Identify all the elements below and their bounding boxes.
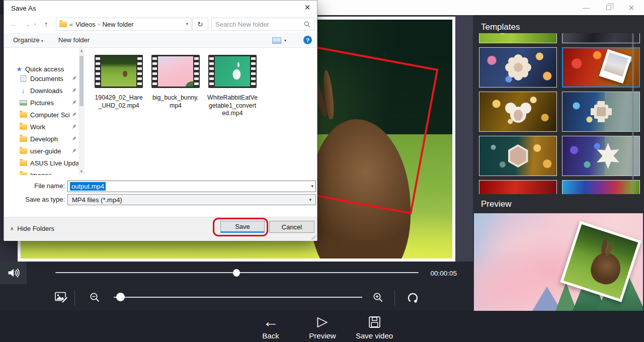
file-name-dropdown-caret[interactable]: ▾ [311, 184, 313, 189]
scroll-down-icon[interactable]: ∨ [78, 169, 85, 174]
save-type-select[interactable]: MP4 files (*.mp4) ▾ [67, 194, 316, 205]
video-thumbnail [208, 55, 257, 88]
resize-grip[interactable] [311, 235, 315, 239]
new-folder-button[interactable]: New folder [58, 36, 90, 44]
speaker-icon [7, 266, 20, 280]
sidebar-item-downloads[interactable]: ↓ Downloads [4, 84, 78, 97]
dialog-navbar: ← → ▾ ↑ « Videos › New folder ▾ ↻ Search… [4, 16, 317, 33]
sidebar-item-user-guide[interactable]: user-guide [4, 145, 78, 157]
file-item-hare[interactable]: 190429_02_Hare_UHD_02.mp4 [94, 55, 144, 110]
dialog-close-button[interactable]: ✕ [301, 3, 314, 13]
zoom-out-button[interactable] [88, 291, 102, 305]
zoom-in-button[interactable] [371, 291, 385, 305]
breadcrumb-overflow[interactable]: « [69, 21, 73, 28]
chevron-up-icon: ∧ [10, 226, 14, 231]
dialog-toolbar: Organize▾ New folder ▾ ? [4, 33, 317, 48]
refresh-icon: ↻ [197, 21, 203, 28]
save-video-nav-button[interactable]: Save video [353, 312, 395, 341]
quick-access-star-icon: ★ [15, 66, 23, 72]
view-mode-caret-icon[interactable]: ▾ [284, 39, 286, 43]
pin-icon [71, 88, 77, 94]
back-nav-button[interactable]: ← Back [250, 312, 292, 341]
sidebar-item-developh[interactable]: Developh [4, 133, 78, 145]
recent-locations-caret[interactable]: ▾ [34, 22, 36, 27]
dialog-titlebar[interactable]: Save As ✕ [4, 1, 317, 16]
window-minimize-button[interactable]: — [578, 0, 595, 15]
sidebar-item-documents[interactable]: Documents [4, 72, 78, 84]
scroll-up-icon[interactable]: ∧ [78, 49, 85, 53]
cancel-button[interactable]: Cancel [269, 221, 314, 233]
preview-nav-button[interactable]: ▷ Preview [301, 312, 344, 341]
template-thumbnail-hexagon-teal-gold[interactable] [479, 136, 557, 176]
folder-icon [19, 173, 27, 176]
preview-hare [587, 249, 624, 288]
address-dropdown-caret[interactable]: ▾ [186, 22, 188, 26]
tree-shape [555, 283, 577, 311]
folder-icon [19, 136, 27, 142]
picture-edit-icon [54, 290, 69, 305]
organize-button[interactable]: Organize▾ [13, 36, 43, 44]
playback-time: 00:00:05 [424, 270, 457, 277]
file-item-big-buck-bunny[interactable]: big_buck_bunny.mp4 [150, 55, 201, 110]
pin-icon [71, 100, 77, 106]
save-type-field-label: Save as type: [4, 196, 65, 203]
forward-button[interactable]: → [23, 20, 31, 28]
template-thumbnail-mickey-gold-bokeh[interactable] [479, 92, 557, 132]
zoom-slider-track[interactable] [114, 297, 362, 298]
file-item-white-rabbit[interactable]: WhiteRabbitEatVegetable1_converted.mp4 [207, 55, 258, 118]
breadcrumb-videos[interactable]: Videos [75, 21, 96, 28]
search-box[interactable]: Search New folder [211, 18, 314, 31]
window-close-button[interactable]: ✕ [623, 0, 640, 15]
folder-icon [19, 112, 27, 118]
save-button[interactable]: Save [220, 221, 265, 233]
file-name-label: big_buck_bunny.mp4 [150, 94, 201, 110]
template-thumbnail-flower-bokeh[interactable] [479, 47, 557, 88]
right-panel: Templates Preview [473, 15, 644, 311]
minimize-icon: — [583, 4, 590, 11]
back-button[interactable]: ← [10, 20, 18, 28]
template-thumbnail-dark-smoke[interactable] [562, 33, 640, 43]
view-mode-icon[interactable] [272, 37, 281, 44]
sidebar-item-images[interactable]: Images [4, 169, 78, 175]
templates-title: Templates [481, 22, 520, 32]
window-restore-button[interactable] [600, 0, 617, 15]
up-button[interactable]: ↑ [44, 20, 48, 28]
motion-button[interactable] [405, 289, 421, 305]
template-thumbnail-star-purple-bokeh[interactable] [562, 136, 640, 176]
folder-icon [19, 124, 27, 130]
template-thumbnail-green-leaves[interactable] [479, 33, 557, 43]
template-thumbnail-puzzle-rainbow[interactable] [562, 92, 640, 132]
breadcrumb-new-folder[interactable]: New folder [102, 21, 133, 28]
volume-button[interactable] [0, 262, 27, 284]
sidebar-item-computer-sci[interactable]: Computer Sci [4, 109, 78, 121]
mickey-ears-shape [510, 107, 526, 123]
sidebar-item-work[interactable]: Work [4, 121, 78, 133]
pin-icon [71, 136, 77, 142]
rotate-motion-icon [406, 290, 420, 305]
pin-icon [71, 148, 77, 154]
address-bar[interactable]: « Videos › New folder ▾ [56, 18, 192, 31]
seek-slider-thumb[interactable] [233, 269, 240, 277]
file-name-value: output.mp4 [70, 182, 106, 191]
pin-icon [71, 124, 77, 130]
template-thumbnail-red-bokeh[interactable] [479, 180, 557, 194]
file-name-input[interactable]: output.mp4 ▾ [67, 181, 316, 192]
refresh-button[interactable]: ↻ [192, 18, 208, 31]
scrollbar-thumb[interactable] [79, 56, 84, 106]
flower-shape [512, 61, 524, 73]
preview-image [474, 213, 643, 311]
hide-folders-button[interactable]: ∧ Hide Folders [10, 225, 54, 232]
sidebar-scrollbar[interactable]: ∧ ∨ [78, 48, 85, 175]
zoom-slider-thumb[interactable] [116, 293, 125, 301]
zoom-bar [0, 285, 473, 311]
restore-icon [606, 5, 611, 10]
help-button[interactable]: ? [303, 36, 312, 44]
templates-scrollbar[interactable] [632, 33, 634, 194]
sidebar-item-pictures[interactable]: Pictures [4, 97, 78, 109]
template-thumbnail-polaroid-red-bokeh-selected[interactable] [562, 47, 640, 88]
sidebar-item-asus-live-update[interactable]: ASUS Live Updat [4, 157, 78, 169]
star-shape [595, 143, 621, 169]
edit-media-button[interactable] [53, 289, 70, 305]
template-thumbnail-multicolor-bokeh[interactable] [562, 180, 640, 194]
save-floppy-icon [368, 312, 381, 329]
